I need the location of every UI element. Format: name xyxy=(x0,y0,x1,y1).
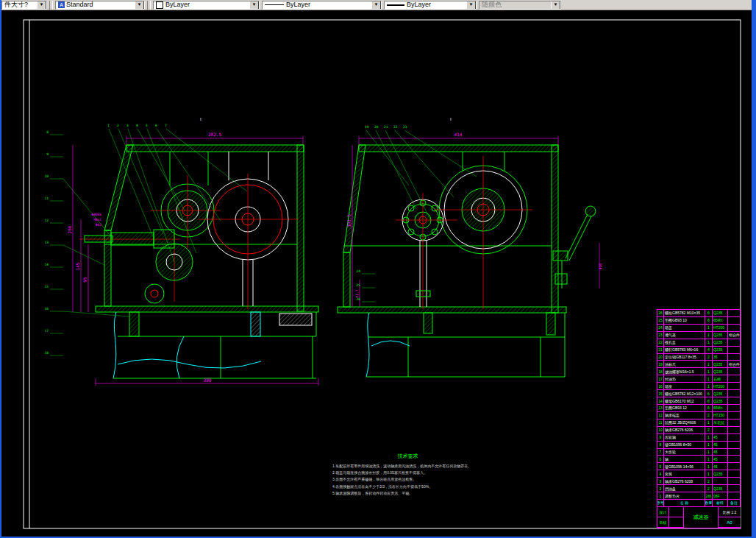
note-line: 1.装配前所有零件用煤油清洗，滚动轴承用汽油清洗，机体内不允许有任何杂物存在。 xyxy=(332,463,483,470)
table-cell: 24 xyxy=(657,325,664,331)
checker-label: 审核 xyxy=(657,517,669,528)
table-cell: 齿轮轴 xyxy=(664,434,705,441)
chevron-down-icon[interactable]: ▼ xyxy=(466,1,476,10)
svg-text:24: 24 xyxy=(357,269,361,273)
chevron-down-icon[interactable]: ▼ xyxy=(135,1,144,10)
table-cell: 1 xyxy=(705,449,713,456)
table-cell xyxy=(728,492,741,499)
table-cell: 放油螺塞M16×1.5 xyxy=(664,368,705,375)
table-cell: 名 称 xyxy=(664,500,705,506)
table-cell: 22 xyxy=(657,339,664,346)
table-row: 8键GB1096 8×50145 xyxy=(657,442,741,449)
table-cell: 1 xyxy=(705,470,713,477)
table-row: 21螺钉GB5783 M6×164Q235 xyxy=(657,347,741,354)
chevron-down-icon[interactable]: ▼ xyxy=(249,1,259,10)
lineweight-combo[interactable]: ByLayer ▼ xyxy=(384,1,477,10)
table-cell: 箱座 xyxy=(664,383,705,389)
table-cell: 挡油盘 xyxy=(664,485,705,492)
table-cell: 45 xyxy=(713,456,728,462)
table-cell: 11 xyxy=(657,420,664,426)
table-cell: 键GB1096 8×50 xyxy=(664,442,705,448)
table-cell: Q235 xyxy=(713,347,728,353)
thread-label: M8×1 xyxy=(93,218,101,222)
color-combo[interactable]: ByLayer ▼ xyxy=(153,1,260,10)
svg-text:6: 6 xyxy=(155,124,157,127)
table-cell xyxy=(728,434,741,441)
table-cell: 2 xyxy=(705,427,713,433)
table-cell: 油标尺 xyxy=(664,361,705,367)
note-line: 4.齿面接触斑点沿齿高不少于2/3，沿齿长方向不得低于50%。 xyxy=(332,484,483,490)
table-cell xyxy=(728,375,741,382)
window-border-right[interactable] xyxy=(752,0,756,538)
lineweight-icon xyxy=(387,4,404,6)
window-border-left xyxy=(0,0,1,538)
color-swatch-icon xyxy=(156,1,163,9)
table-cell: 轴承GB276 6206 xyxy=(664,427,705,433)
properties-toolbar: 件大寸? ▼ A Standard ▼ ByLayer ▼ ByLayer ▼ … xyxy=(0,0,756,10)
table-cell: 轴承GB276 6208 xyxy=(664,478,705,484)
sheet-size: A0 xyxy=(718,517,741,528)
table-cell xyxy=(728,442,741,448)
svg-text:19: 19 xyxy=(365,125,369,129)
table-cell: 4 xyxy=(657,470,664,477)
table-cell: Q235 xyxy=(713,332,728,339)
table-cell: 毡圈32 JB/ZQ4606 xyxy=(664,420,705,426)
chevron-down-icon[interactable]: ▼ xyxy=(371,1,381,10)
table-row: 24箱盖1HT200 xyxy=(657,325,741,332)
table-row: 13垫圈GB93 12665Mn xyxy=(657,405,741,412)
table-cell xyxy=(728,390,741,397)
table-header-row: 序号名 称数量材料备注 xyxy=(657,500,741,507)
svg-text:12: 12 xyxy=(45,219,49,222)
table-row: 14螺母GB6170 M126Q235 xyxy=(657,397,741,405)
linetype-icon xyxy=(265,4,284,6)
table-cell: 1 xyxy=(705,332,713,339)
table-cell: 16 xyxy=(657,383,664,389)
table-cell: 垫圈GB93 12 xyxy=(664,405,705,411)
table-cell xyxy=(728,427,741,433)
table-cell: 45 xyxy=(713,442,728,448)
table-cell: 封油垫 xyxy=(664,375,705,382)
table-cell: 35 xyxy=(713,354,728,361)
svg-text:11: 11 xyxy=(45,197,49,200)
table-row: 2挡油盘2Q235 xyxy=(657,485,741,492)
linetype-combo[interactable]: ByLayer ▼ xyxy=(262,1,382,10)
svg-text:4: 4 xyxy=(136,124,138,127)
table-cell: 定位销GB117 8×35 xyxy=(664,354,705,361)
dim-style-combo[interactable]: 件大寸? ▼ xyxy=(1,1,47,10)
table-cell: 45 xyxy=(713,434,728,441)
table-cell: 1 xyxy=(705,420,713,426)
table-cell: 13 xyxy=(657,405,664,411)
table-cell: 羊毛毡 xyxy=(713,420,728,426)
table-cell: 6 xyxy=(705,397,713,404)
table-cell: Q235 xyxy=(713,470,728,477)
parts-rows: 26螺栓GB5782 M10×356Q23525垫圈GB93 10665Mn24… xyxy=(657,310,741,507)
table-cell: 螺栓GB5782 M10×35 xyxy=(664,310,705,316)
dimension-label: 95 xyxy=(82,277,88,283)
lineweight-value: ByLayer xyxy=(407,1,465,9)
table-row: 11毡圈32 JB/ZQ46061羊毛毡 xyxy=(657,420,741,427)
designer-value xyxy=(669,507,684,517)
chevron-down-icon[interactable]: ▼ xyxy=(37,1,46,10)
table-cell: 键GB1096 14×56 xyxy=(664,463,705,470)
table-cell: 螺母GB6170 M12 xyxy=(664,397,705,404)
table-cell: Q235 xyxy=(713,368,728,375)
table-row: 15螺栓GB5782 M12×1006Q235 xyxy=(657,390,741,397)
table-row: 25垫圈GB93 10665Mn xyxy=(657,317,741,325)
table-row: 4套筒1Q235 xyxy=(657,470,741,478)
table-cell: 65Mn xyxy=(713,317,728,324)
table-cell: 6 xyxy=(705,317,713,324)
dimension-label: 21.7 xyxy=(355,289,359,297)
table-cell: Q235 xyxy=(713,361,728,367)
table-cell xyxy=(728,456,741,462)
table-row: 18放油螺塞M16×1.51Q235 xyxy=(657,368,741,375)
plot-style-combo[interactable]: 随颜色 ▼ xyxy=(479,1,561,10)
svg-text:26: 26 xyxy=(357,297,361,301)
table-row: 7大齿轮145 xyxy=(657,449,741,456)
table-cell: 6 xyxy=(705,390,713,397)
table-cell: 17 xyxy=(657,375,664,382)
svg-text:9: 9 xyxy=(46,152,49,156)
svg-text:2: 2 xyxy=(117,124,119,127)
table-cell: 1 xyxy=(705,456,713,462)
text-style-combo[interactable]: A Standard ▼ xyxy=(55,1,145,10)
designer-label: 设计 xyxy=(657,507,669,517)
